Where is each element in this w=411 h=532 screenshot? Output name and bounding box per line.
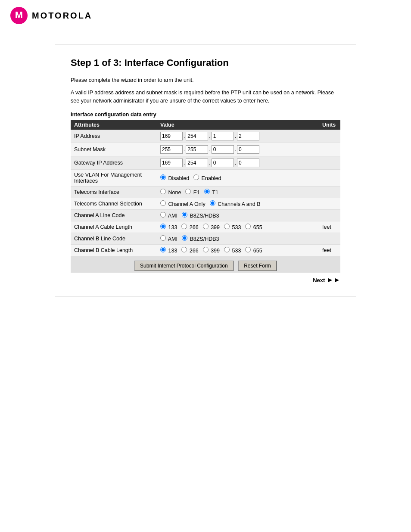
- ip-input-1-3[interactable]: [237, 145, 259, 154]
- radio-label-7-2[interactable]: 399: [203, 224, 220, 230]
- next-arrows-icon: ►►: [327, 276, 340, 284]
- radio-label-7-3[interactable]: 533: [224, 224, 241, 230]
- motorola-logo-icon: M: [10, 7, 28, 24]
- ip-separator: .: [235, 133, 236, 139]
- radio-input-9-0[interactable]: [160, 247, 166, 252]
- radio-input-8-0[interactable]: [160, 235, 166, 241]
- ip-input-2-0[interactable]: [160, 159, 183, 167]
- row-units: [319, 233, 340, 245]
- radio-input-7-4[interactable]: [245, 224, 251, 229]
- radio-input-6-1[interactable]: [182, 212, 187, 218]
- radio-label-9-1[interactable]: 266: [181, 248, 198, 254]
- next-link[interactable]: Next ►►: [313, 276, 340, 284]
- row-attribute: Use VLAN For Management Interfaces: [71, 170, 157, 187]
- header: M MOTOROLA: [0, 0, 411, 31]
- row-value[interactable]: AMI B8ZS/HDB3: [157, 233, 319, 245]
- row-attribute: Telecoms Interface: [71, 187, 157, 198]
- radio-label-3-1[interactable]: Enabled: [193, 175, 221, 181]
- row-value[interactable]: 133 266 399 533 655: [157, 245, 319, 256]
- radio-input-5-1[interactable]: [210, 200, 215, 206]
- row-attribute: Channel B Line Code: [71, 233, 157, 245]
- ip-separator: .: [235, 160, 236, 166]
- ip-input-1-0[interactable]: [160, 145, 183, 154]
- row-attribute: Gateway IP Address: [71, 156, 157, 170]
- ip-input-2-1[interactable]: [186, 159, 208, 167]
- wizard-desc1: Please complete the wizard in order to a…: [71, 76, 340, 84]
- radio-input-9-3[interactable]: [224, 247, 230, 252]
- radio-label-7-1[interactable]: 266: [181, 224, 198, 230]
- reset-button[interactable]: Reset Form: [238, 261, 277, 271]
- radio-label-8-1[interactable]: B8ZS/HDB3: [182, 236, 219, 242]
- row-units: [319, 130, 340, 143]
- col-units: Units: [319, 120, 340, 130]
- radio-label-6-0[interactable]: AMI: [160, 213, 177, 219]
- radio-label-6-1[interactable]: B8ZS/HDB3: [182, 213, 219, 219]
- ip-input-0-3[interactable]: [237, 132, 259, 140]
- row-value[interactable]: None E1 T1: [157, 187, 319, 198]
- radio-label-5-0[interactable]: Channel A Only: [160, 201, 206, 207]
- radio-label-7-0[interactable]: 133: [160, 224, 177, 230]
- wizard-box: Step 1 of 3: Interface Configuration Ple…: [55, 44, 356, 296]
- radio-label-3-0[interactable]: Disabled: [160, 175, 189, 181]
- radio-label-4-2[interactable]: T1: [204, 190, 218, 196]
- radio-input-8-1[interactable]: [182, 235, 187, 241]
- radio-input-7-3[interactable]: [224, 224, 230, 229]
- page-content: Step 1 of 3: Interface Configuration Ple…: [0, 31, 411, 309]
- row-attribute: Telecoms Channel Selection: [71, 198, 157, 210]
- submit-button[interactable]: Submit Internet Protocol Configuration: [134, 261, 233, 271]
- row-units: [319, 143, 340, 156]
- col-attributes: Attributes: [71, 120, 157, 130]
- radio-label-4-0[interactable]: None: [160, 190, 181, 196]
- radio-input-7-0[interactable]: [160, 224, 166, 229]
- config-table: Attributes Value Units IP Address...Subn…: [71, 120, 340, 256]
- ip-input-2-2[interactable]: [212, 159, 234, 167]
- row-value[interactable]: 133 266 399 533 655: [157, 221, 319, 233]
- row-attribute: Subnet Mask: [71, 143, 157, 156]
- ip-input-0-1[interactable]: [186, 132, 208, 140]
- row-value[interactable]: ...: [157, 143, 319, 156]
- radio-input-3-1[interactable]: [193, 174, 199, 180]
- radio-input-4-2[interactable]: [204, 189, 210, 194]
- ip-input-1-2[interactable]: [212, 145, 234, 154]
- radio-input-3-0[interactable]: [160, 174, 166, 180]
- ip-input-0-2[interactable]: [212, 132, 234, 140]
- radio-label-9-2[interactable]: 399: [203, 248, 220, 254]
- radio-label-7-4[interactable]: 655: [245, 224, 262, 230]
- radio-label-8-0[interactable]: AMI: [160, 236, 177, 242]
- buttons-row: Submit Internet Protocol Configuration R…: [71, 256, 340, 273]
- radio-input-7-2[interactable]: [203, 224, 209, 229]
- radio-input-5-0[interactable]: [160, 200, 166, 206]
- svg-text:M: M: [15, 9, 23, 20]
- row-units: [319, 198, 340, 210]
- radio-input-4-1[interactable]: [185, 189, 191, 194]
- row-attribute: Channel A Cable Length: [71, 221, 157, 233]
- radio-input-9-2[interactable]: [203, 247, 209, 252]
- table-row: Telecoms Interface None E1 T1: [71, 187, 340, 198]
- radio-label-9-0[interactable]: 133: [160, 248, 177, 254]
- row-value[interactable]: Disabled Enabled: [157, 170, 319, 187]
- next-label: Next: [313, 277, 325, 283]
- row-attribute: IP Address: [71, 130, 157, 143]
- radio-input-7-1[interactable]: [181, 224, 187, 229]
- radio-label-4-1[interactable]: E1: [185, 190, 200, 196]
- row-value[interactable]: ...: [157, 156, 319, 170]
- ip-input-2-3[interactable]: [237, 159, 259, 167]
- ip-separator: .: [184, 133, 185, 139]
- radio-label-9-3[interactable]: 533: [224, 248, 241, 254]
- brand-name: MOTOROLA: [32, 11, 92, 21]
- row-value[interactable]: ...: [157, 130, 319, 143]
- radio-label-9-4[interactable]: 655: [245, 248, 262, 254]
- ip-input-1-1[interactable]: [186, 145, 208, 154]
- ip-separator: .: [209, 160, 210, 166]
- ip-separator: .: [209, 146, 210, 152]
- ip-separator: .: [235, 146, 236, 152]
- radio-input-9-1[interactable]: [181, 247, 187, 252]
- row-units: feet: [319, 245, 340, 256]
- radio-input-6-0[interactable]: [160, 212, 166, 218]
- row-value[interactable]: Channel A Only Channels A and B: [157, 198, 319, 210]
- radio-input-4-0[interactable]: [160, 189, 166, 194]
- ip-input-0-0[interactable]: [160, 132, 183, 140]
- radio-label-5-1[interactable]: Channels A and B: [210, 201, 261, 207]
- radio-input-9-4[interactable]: [245, 247, 251, 252]
- row-value[interactable]: AMI B8ZS/HDB3: [157, 210, 319, 221]
